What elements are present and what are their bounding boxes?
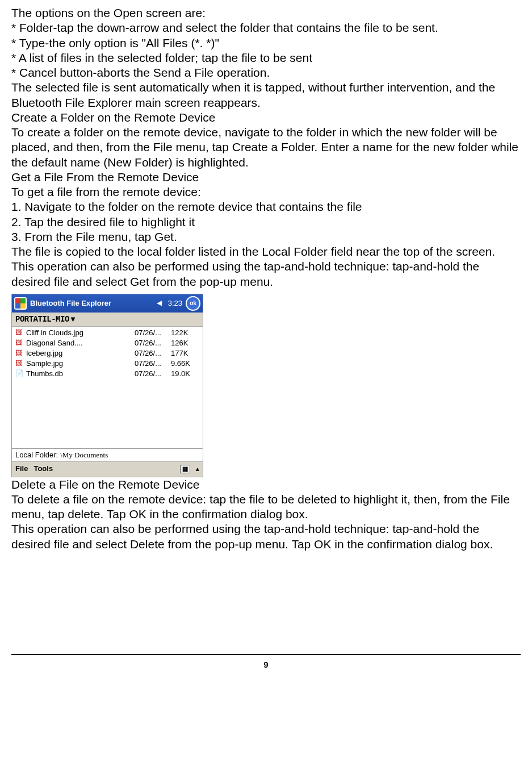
footer-rule — [11, 654, 521, 655]
file-name: Sample.jpg — [26, 359, 135, 368]
local-folder-label: Local Folder: — [15, 451, 58, 460]
file-date: 07/26/... — [135, 339, 171, 348]
file-name: Thumbs.db — [26, 369, 135, 378]
clock: 3:23 — [168, 299, 182, 308]
text-line: This operation can also be performed usi… — [11, 522, 521, 552]
start-icon[interactable] — [14, 297, 27, 310]
image-file-icon — [15, 339, 24, 348]
local-folder-row: Local Folder: \My Documents — [12, 449, 203, 461]
file-size: 19.0K — [171, 369, 199, 378]
list-item[interactable]: Iceberg.jpg 07/26/... 177K — [12, 348, 203, 359]
local-folder-value: \My Documents — [60, 451, 108, 460]
file-name: Cliff in Clouds.jpg — [26, 328, 135, 338]
text-line: The file is copied to the local folder l… — [11, 244, 521, 289]
text-line: To delete a file on the remote device: t… — [11, 492, 521, 522]
document-body: The options on the Open screen are: * Fo… — [11, 6, 521, 552]
text-line: * Folder-tap the down-arrow and select t… — [11, 20, 521, 35]
ok-button[interactable]: ok — [186, 296, 200, 311]
file-date: 07/26/... — [135, 349, 171, 358]
text-line: * Type-the only option is "All Files (*.… — [11, 36, 521, 51]
text-line: To get a file from the remote device: — [11, 185, 521, 199]
heading: Get a File From the Remote Device — [11, 170, 521, 185]
file-size: 9.66K — [171, 359, 199, 368]
heading: Create a Folder on the Remote Device — [11, 110, 521, 125]
text-line: 1. Navigate to the folder on the remote … — [11, 199, 521, 214]
text-line: 3. From the File menu, tap Get. — [11, 230, 521, 244]
file-name: Iceberg.jpg — [26, 349, 135, 358]
list-item[interactable]: Diagonal Sand.... 07/26/... 126K — [12, 338, 203, 348]
text-line: * A list of files in the selected folder… — [11, 51, 521, 65]
file-list: Cliff in Clouds.jpg 07/26/... 122K Diago… — [12, 327, 203, 448]
up-arrow-icon[interactable]: ▴ — [196, 465, 199, 473]
titlebar: Bluetooth File Explorer 3:23 ok — [12, 294, 203, 313]
text-line: The options on the Open screen are: — [11, 6, 521, 20]
text-line: The selected file is sent automatically … — [11, 80, 521, 110]
embedded-screenshot: Bluetooth File Explorer 3:23 ok PORTATIL… — [11, 294, 203, 477]
list-item[interactable]: Sample.jpg 07/26/... 9.66K — [12, 359, 203, 369]
file-size: 177K — [171, 349, 199, 358]
page-number: 9 — [11, 660, 521, 670]
list-item[interactable]: Cliff in Clouds.jpg 07/26/... 122K — [12, 328, 203, 338]
file-size: 126K — [171, 339, 199, 348]
menu-tools[interactable]: Tools — [33, 464, 53, 473]
menu-bar: File Tools ▦ ▴ — [12, 461, 203, 477]
file-name: Diagonal Sand.... — [26, 339, 135, 348]
image-file-icon — [15, 359, 24, 368]
text-line: 2. Tap the desired file to highlight it — [11, 215, 521, 230]
text-line: * Cancel button-aborts the Send a File o… — [11, 65, 521, 80]
menu-file[interactable]: File — [15, 464, 28, 473]
file-date: 07/26/... — [135, 359, 171, 368]
window-title: Bluetooth File Explorer — [30, 299, 152, 308]
heading: Delete a File on the Remote Device — [11, 477, 521, 492]
file-date: 07/26/... — [135, 328, 171, 338]
speaker-icon[interactable] — [156, 299, 165, 307]
file-date: 07/26/... — [135, 369, 171, 378]
file-size: 122K — [171, 328, 199, 338]
db-file-icon — [15, 369, 24, 378]
breadcrumb-dropdown[interactable]: PORTATIL-MIO — [12, 313, 203, 327]
keyboard-icon[interactable]: ▦ — [180, 465, 190, 474]
image-file-icon — [15, 349, 24, 358]
image-file-icon — [15, 328, 24, 338]
text-line: To create a folder on the remote device,… — [11, 125, 521, 170]
list-item[interactable]: Thumbs.db 07/26/... 19.0K — [12, 369, 203, 379]
